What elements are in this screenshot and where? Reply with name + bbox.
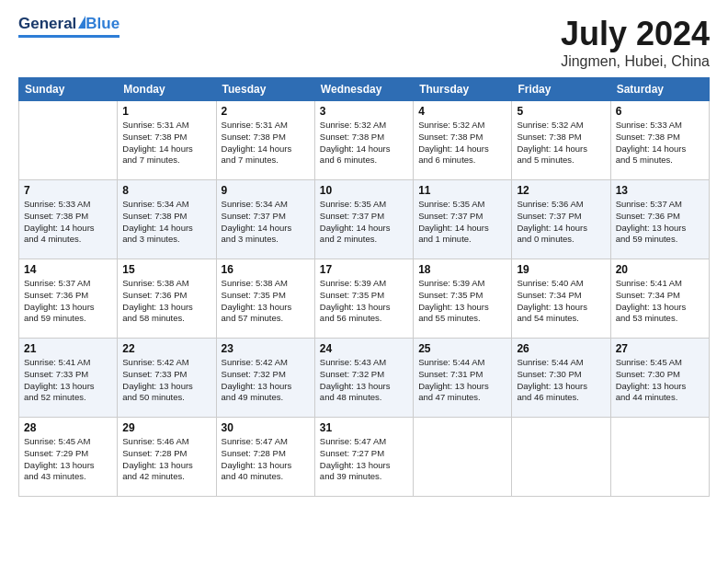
day-info: Sunrise: 5:41 AM Sunset: 7:34 PM Dayligh… [616, 278, 704, 325]
day-info: Sunrise: 5:34 AM Sunset: 7:37 PM Dayligh… [222, 199, 310, 246]
calendar-cell: 16Sunrise: 5:38 AM Sunset: 7:35 PM Dayli… [216, 259, 314, 339]
day-number: 11 [418, 184, 506, 197]
calendar-week-2: 7Sunrise: 5:33 AM Sunset: 7:38 PM Daylig… [19, 180, 710, 259]
day-number: 23 [222, 342, 310, 355]
day-info: Sunrise: 5:47 AM Sunset: 7:27 PM Dayligh… [320, 436, 408, 483]
calendar-cell: 10Sunrise: 5:35 AM Sunset: 7:37 PM Dayli… [314, 180, 413, 259]
day-info: Sunrise: 5:44 AM Sunset: 7:30 PM Dayligh… [517, 357, 605, 404]
calendar-cell: 5Sunrise: 5:32 AM Sunset: 7:38 PM Daylig… [512, 101, 610, 180]
day-number: 10 [320, 184, 408, 197]
day-header-saturday: Saturday [610, 78, 709, 101]
day-header-thursday: Thursday [414, 78, 512, 101]
day-number: 13 [616, 184, 704, 197]
calendar-cell: 28Sunrise: 5:45 AM Sunset: 7:29 PM Dayli… [19, 418, 118, 497]
day-number: 22 [122, 342, 210, 355]
calendar-cell: 2Sunrise: 5:31 AM Sunset: 7:38 PM Daylig… [216, 101, 314, 180]
day-number: 17 [320, 263, 408, 276]
calendar-cell [414, 418, 512, 497]
day-number: 5 [517, 105, 605, 118]
day-number: 21 [24, 342, 112, 355]
calendar-cell: 23Sunrise: 5:42 AM Sunset: 7:32 PM Dayli… [216, 339, 314, 418]
calendar-cell: 14Sunrise: 5:37 AM Sunset: 7:36 PM Dayli… [19, 259, 118, 339]
day-number: 8 [122, 184, 210, 197]
calendar-week-1: 1Sunrise: 5:31 AM Sunset: 7:38 PM Daylig… [19, 101, 710, 180]
day-info: Sunrise: 5:31 AM Sunset: 7:38 PM Dayligh… [122, 120, 210, 167]
day-info: Sunrise: 5:45 AM Sunset: 7:30 PM Dayligh… [616, 357, 704, 404]
day-info: Sunrise: 5:39 AM Sunset: 7:35 PM Dayligh… [418, 278, 506, 325]
calendar-cell: 30Sunrise: 5:47 AM Sunset: 7:28 PM Dayli… [216, 418, 314, 497]
calendar-header-row: SundayMondayTuesdayWednesdayThursdayFrid… [19, 78, 710, 101]
day-info: Sunrise: 5:35 AM Sunset: 7:37 PM Dayligh… [418, 199, 506, 246]
calendar-cell: 20Sunrise: 5:41 AM Sunset: 7:34 PM Dayli… [610, 259, 709, 339]
day-number: 12 [517, 184, 605, 197]
calendar-week-3: 14Sunrise: 5:37 AM Sunset: 7:36 PM Dayli… [19, 259, 710, 339]
day-number: 6 [616, 105, 704, 118]
calendar-cell: 25Sunrise: 5:44 AM Sunset: 7:31 PM Dayli… [414, 339, 512, 418]
calendar-cell: 18Sunrise: 5:39 AM Sunset: 7:35 PM Dayli… [414, 259, 512, 339]
day-number: 29 [122, 421, 210, 434]
calendar-cell: 9Sunrise: 5:34 AM Sunset: 7:37 PM Daylig… [216, 180, 314, 259]
day-info: Sunrise: 5:40 AM Sunset: 7:34 PM Dayligh… [517, 278, 605, 325]
day-info: Sunrise: 5:42 AM Sunset: 7:32 PM Dayligh… [222, 357, 310, 404]
logo-underline [18, 35, 119, 38]
day-number: 2 [222, 105, 310, 118]
calendar-cell: 15Sunrise: 5:38 AM Sunset: 7:36 PM Dayli… [118, 259, 216, 339]
day-info: Sunrise: 5:32 AM Sunset: 7:38 PM Dayligh… [517, 120, 605, 167]
day-info: Sunrise: 5:35 AM Sunset: 7:37 PM Dayligh… [320, 199, 408, 246]
day-header-friday: Friday [512, 78, 610, 101]
subtitle: Jingmen, Hubei, China [561, 53, 710, 70]
header: General Blue July 2024 Jingmen, Hubei, C… [18, 15, 710, 70]
page: General Blue July 2024 Jingmen, Hubei, C… [0, 0, 728, 563]
calendar-cell: 6Sunrise: 5:33 AM Sunset: 7:38 PM Daylig… [610, 101, 709, 180]
day-info: Sunrise: 5:37 AM Sunset: 7:36 PM Dayligh… [24, 278, 112, 325]
day-number: 26 [517, 342, 605, 355]
calendar-cell: 31Sunrise: 5:47 AM Sunset: 7:27 PM Dayli… [314, 418, 413, 497]
day-info: Sunrise: 5:41 AM Sunset: 7:33 PM Dayligh… [24, 357, 112, 404]
calendar-week-5: 28Sunrise: 5:45 AM Sunset: 7:29 PM Dayli… [19, 418, 710, 497]
day-info: Sunrise: 5:43 AM Sunset: 7:32 PM Dayligh… [320, 357, 408, 404]
day-header-sunday: Sunday [19, 78, 118, 101]
calendar-week-4: 21Sunrise: 5:41 AM Sunset: 7:33 PM Dayli… [19, 339, 710, 418]
calendar-cell: 8Sunrise: 5:34 AM Sunset: 7:38 PM Daylig… [118, 180, 216, 259]
day-info: Sunrise: 5:37 AM Sunset: 7:36 PM Dayligh… [616, 199, 704, 246]
calendar-cell: 21Sunrise: 5:41 AM Sunset: 7:33 PM Dayli… [19, 339, 118, 418]
calendar-cell: 12Sunrise: 5:36 AM Sunset: 7:37 PM Dayli… [512, 180, 610, 259]
day-info: Sunrise: 5:34 AM Sunset: 7:38 PM Dayligh… [122, 199, 210, 246]
day-info: Sunrise: 5:36 AM Sunset: 7:37 PM Dayligh… [517, 199, 605, 246]
title-area: July 2024 Jingmen, Hubei, China [561, 15, 710, 70]
day-header-wednesday: Wednesday [314, 78, 413, 101]
day-number: 18 [418, 263, 506, 276]
day-number: 7 [24, 184, 112, 197]
day-info: Sunrise: 5:44 AM Sunset: 7:31 PM Dayligh… [418, 357, 506, 404]
calendar-cell: 1Sunrise: 5:31 AM Sunset: 7:38 PM Daylig… [118, 101, 216, 180]
calendar-cell: 11Sunrise: 5:35 AM Sunset: 7:37 PM Dayli… [414, 180, 512, 259]
day-number: 4 [418, 105, 506, 118]
day-number: 9 [222, 184, 310, 197]
day-number: 16 [222, 263, 310, 276]
day-info: Sunrise: 5:33 AM Sunset: 7:38 PM Dayligh… [616, 120, 704, 167]
calendar-cell: 17Sunrise: 5:39 AM Sunset: 7:35 PM Dayli… [314, 259, 413, 339]
day-number: 24 [320, 342, 408, 355]
day-info: Sunrise: 5:45 AM Sunset: 7:29 PM Dayligh… [24, 436, 112, 483]
day-number: 25 [418, 342, 506, 355]
calendar-table: SundayMondayTuesdayWednesdayThursdayFrid… [18, 77, 710, 497]
logo-general-text: General [18, 15, 76, 33]
calendar-cell: 13Sunrise: 5:37 AM Sunset: 7:36 PM Dayli… [610, 180, 709, 259]
day-info: Sunrise: 5:38 AM Sunset: 7:36 PM Dayligh… [122, 278, 210, 325]
calendar-cell [512, 418, 610, 497]
day-header-tuesday: Tuesday [216, 78, 314, 101]
calendar-cell: 3Sunrise: 5:32 AM Sunset: 7:38 PM Daylig… [314, 101, 413, 180]
day-info: Sunrise: 5:32 AM Sunset: 7:38 PM Dayligh… [418, 120, 506, 167]
day-number: 31 [320, 421, 408, 434]
day-info: Sunrise: 5:38 AM Sunset: 7:35 PM Dayligh… [222, 278, 310, 325]
calendar-cell: 4Sunrise: 5:32 AM Sunset: 7:38 PM Daylig… [414, 101, 512, 180]
day-number: 30 [222, 421, 310, 434]
calendar-cell: 29Sunrise: 5:46 AM Sunset: 7:28 PM Dayli… [118, 418, 216, 497]
calendar-cell: 26Sunrise: 5:44 AM Sunset: 7:30 PM Dayli… [512, 339, 610, 418]
calendar-cell: 27Sunrise: 5:45 AM Sunset: 7:30 PM Dayli… [610, 339, 709, 418]
calendar-cell: 22Sunrise: 5:42 AM Sunset: 7:33 PM Dayli… [118, 339, 216, 418]
day-number: 3 [320, 105, 408, 118]
day-number: 28 [24, 421, 112, 434]
day-number: 1 [122, 105, 210, 118]
day-info: Sunrise: 5:46 AM Sunset: 7:28 PM Dayligh… [122, 436, 210, 483]
